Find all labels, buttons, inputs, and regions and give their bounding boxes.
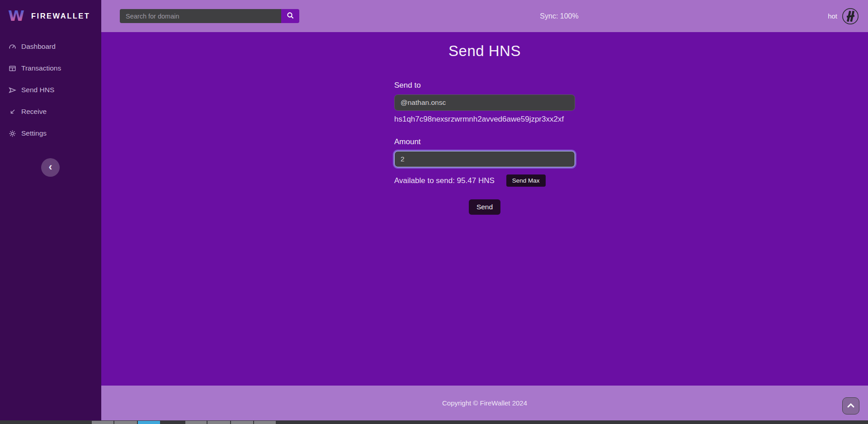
footer: Copyright © FireWallet 2024 (101, 386, 868, 420)
firewallet-logo-icon: W (7, 6, 25, 27)
send-to-input[interactable] (394, 94, 575, 111)
brand-name: FIREWALLET (31, 12, 90, 20)
wallet-name: hot (828, 12, 837, 20)
send-max-button[interactable]: Send Max (506, 174, 546, 187)
scroll-top-button[interactable] (842, 397, 859, 415)
sidebar-item-label: Send HNS (21, 86, 54, 94)
sidebar-collapse-button[interactable]: ‹ (41, 158, 60, 177)
sidebar: W FIREWALLET Dashboard (0, 0, 101, 420)
content-row: W FIREWALLET Dashboard (0, 0, 868, 420)
chevron-up-icon (847, 403, 855, 410)
available-balance: Available to send: 95.47 HNS (394, 176, 495, 185)
taskbar-strip (0, 420, 868, 424)
brand[interactable]: W FIREWALLET (0, 0, 101, 32)
sidebar-item-transactions[interactable]: Transactions (0, 57, 101, 79)
copyright: Copyright © FireWallet 2024 (442, 399, 527, 407)
sidebar-item-send-hns[interactable]: Send HNS (0, 79, 101, 101)
dashboard-icon (8, 43, 16, 51)
sidebar-item-label: Receive (21, 108, 47, 116)
receive-icon (8, 108, 16, 116)
taskbar-segment[interactable] (114, 421, 137, 424)
taskbar-segment[interactable] (185, 421, 207, 424)
sidebar-item-label: Settings (21, 129, 47, 137)
header: Sync: 100% hot (101, 0, 868, 32)
taskbar-segment-active[interactable] (138, 421, 160, 424)
sidebar-nav: Dashboard Transactions (0, 36, 101, 144)
search-icon (287, 12, 294, 21)
sidebar-item-settings[interactable]: Settings (0, 122, 101, 144)
domain-search (120, 9, 299, 23)
svg-text:W: W (8, 7, 24, 24)
settings-icon (8, 130, 16, 137)
transactions-icon (8, 65, 16, 72)
send-to-label: Send to (394, 81, 575, 90)
send-icon (8, 86, 16, 94)
app-window: W FIREWALLET Dashboard (0, 0, 868, 424)
sidebar-item-dashboard[interactable]: Dashboard (0, 36, 101, 57)
available-row: Available to send: 95.47 HNS Send Max (394, 174, 575, 187)
resolved-address: hs1qh7c98nexsrzwrmnh2avved6awe59jzpr3xx2… (394, 115, 575, 124)
sidebar-item-label: Dashboard (21, 42, 56, 51)
send-form: Send to hs1qh7c98nexsrzwrmnh2avved6awe59… (394, 81, 575, 215)
send-button[interactable]: Send (469, 199, 500, 215)
taskbar-segment[interactable] (254, 421, 276, 424)
main-content: Send HNS Send to hs1qh7c98nexsrzwrmnh2av… (101, 32, 868, 386)
taskbar-segment[interactable] (231, 421, 253, 424)
chevron-left-icon: ‹ (49, 161, 52, 172)
handshake-icon[interactable] (842, 8, 859, 25)
search-input[interactable] (120, 9, 281, 23)
taskbar-segment[interactable] (208, 421, 230, 424)
amount-input[interactable] (394, 151, 575, 167)
sidebar-item-receive[interactable]: Receive (0, 101, 101, 122)
taskbar-segment[interactable] (92, 421, 113, 424)
sync-status: Sync: 100% (540, 12, 578, 20)
search-button[interactable] (281, 9, 299, 23)
amount-label: Amount (394, 137, 575, 146)
page-title: Send HNS (101, 42, 868, 60)
right-pane: Sync: 100% hot (101, 0, 868, 420)
sidebar-item-label: Transactions (21, 64, 61, 72)
wallet-widget: hot (828, 0, 859, 32)
